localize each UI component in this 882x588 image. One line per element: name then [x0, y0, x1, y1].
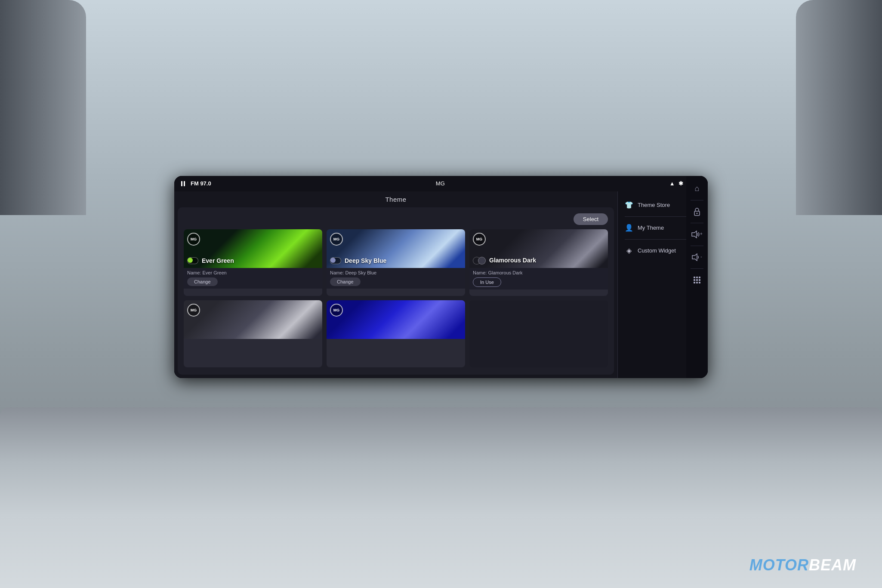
mg-logo-status: MG: [436, 180, 445, 187]
theme-card-unknown1: MG: [184, 300, 322, 367]
motorbeam-watermark: MOTORBEAM: [749, 556, 856, 574]
theme-preview-name-glamorousdark: Glamorous Dark: [489, 257, 536, 264]
screen-main: Theme Select MG Ever Green: [174, 191, 708, 378]
mg-logo-glamorousdark: MG: [473, 233, 486, 246]
change-button-deepskyblue[interactable]: Change: [330, 277, 361, 286]
beam-text: BEAM: [809, 556, 856, 574]
theme-preview-glamorous-dark: MG Glamorous Dark: [469, 229, 608, 268]
theme-grid: MG Ever Green Name: Ever Green Change: [184, 229, 608, 367]
infotainment-screen: FM 97.0 MG ▲ ✱ 16:35 Theme Select MG: [174, 176, 708, 378]
pause-icon: [181, 181, 186, 186]
toggle-icon-evergreen: [187, 257, 198, 264]
theme-preview-ever-green: MG Ever Green: [184, 229, 322, 268]
icon-bar-divider-4: [691, 268, 703, 269]
svg-marker-3: [692, 254, 697, 261]
icon-bar-divider-1: [691, 200, 703, 200]
theme-card-ever-green: MG Ever Green Name: Ever Green Change: [184, 229, 322, 296]
svg-point-1: [697, 212, 698, 214]
svg-rect-6: [699, 277, 700, 278]
sidebar-label-theme-store: Theme Store: [638, 202, 670, 208]
mg-logo-unknown2: MG: [330, 304, 343, 317]
a-pillar-left: [0, 0, 86, 215]
svg-rect-10: [694, 282, 695, 283]
theme-card-empty: [469, 300, 608, 367]
in-use-button[interactable]: In Use: [473, 277, 501, 287]
volume-up-button[interactable]: +: [688, 226, 706, 243]
grid-button[interactable]: [688, 271, 706, 289]
theme-card-unknown2: MG: [327, 300, 465, 367]
theme-footer-evergreen: Name: Ever Green Change: [184, 268, 322, 289]
svg-rect-5: [696, 277, 698, 278]
theme-preview-deep-sky-blue: MG Deep Sky Blue: [327, 229, 465, 268]
theme-card-deep-sky-blue: MG Deep Sky Blue Name: Deep Sky Blue Cha…: [327, 229, 465, 296]
shirt-icon: 👕: [625, 201, 633, 209]
dark-circle-2: [478, 257, 486, 265]
dark-circles-icon: [473, 257, 486, 265]
content-area: Theme Select MG Ever Green: [174, 191, 617, 378]
status-left: FM 97.0: [181, 180, 211, 187]
select-button[interactable]: Select: [574, 213, 608, 225]
svg-rect-4: [694, 277, 695, 278]
bluetooth-icon: ✱: [678, 180, 683, 187]
mg-logo-unknown1: MG: [187, 304, 200, 317]
svg-rect-11: [696, 282, 698, 283]
icon-bar-divider-2: [691, 223, 703, 223]
lock-button[interactable]: [688, 203, 706, 220]
home-button[interactable]: ⌂: [688, 180, 706, 197]
toggle-icon-deepskyblue: [330, 257, 341, 264]
icon-bar-divider-3: [691, 246, 703, 246]
theme-footer-deepskyblue: Name: Deep Sky Blue Change: [327, 268, 465, 289]
sidebar-label-custom-widget: Custom Widget: [638, 247, 676, 254]
theme-footer-glamorousdark: Name: Glamorous Dark In Use: [469, 268, 608, 289]
theme-name-label-deepskyblue: Name: Deep Sky Blue: [330, 270, 462, 275]
signal-icon: ▲: [669, 180, 675, 187]
change-button-evergreen[interactable]: Change: [187, 277, 218, 286]
select-row: Select: [184, 211, 608, 225]
icon-bar: ⌂ +: [686, 176, 708, 378]
volume-down-button[interactable]: -: [688, 249, 706, 266]
svg-marker-2: [692, 231, 697, 238]
motor-text: MOTOR: [749, 556, 809, 574]
person-circle-icon: 👤: [625, 224, 633, 232]
theme-preview-content-glamorousdark: Glamorous Dark: [473, 257, 604, 265]
theme-preview-unknown1: MG: [184, 300, 322, 339]
theme-preview-name-deepskyblue: Deep Sky Blue: [345, 257, 386, 265]
svg-rect-8: [696, 279, 698, 281]
theme-preview-unknown2: MG: [327, 300, 465, 339]
theme-preview-content-deepskyblue: Deep Sky Blue: [330, 257, 462, 265]
a-pillar-right: [796, 0, 882, 215]
page-title: Theme: [174, 191, 617, 207]
theme-name-label-glamorousdark: Name: Glamorous Dark: [473, 270, 604, 275]
status-bar: FM 97.0 MG ▲ ✱ 16:35: [174, 176, 708, 191]
theme-preview-content-evergreen: Ever Green: [187, 257, 319, 265]
theme-grid-container: Select MG Ever Green Name: E: [178, 207, 614, 375]
theme-name-label-evergreen: Name: Ever Green: [187, 270, 319, 275]
svg-rect-9: [699, 279, 700, 281]
svg-rect-7: [694, 279, 695, 281]
radio-label: FM 97.0: [191, 180, 211, 187]
mg-logo-deepskyblue: MG: [330, 233, 343, 246]
svg-rect-12: [699, 282, 700, 283]
theme-card-glamorous-dark: MG Glamorous Dark Name: Glamorous Dark: [469, 229, 608, 296]
mg-logo-evergreen: MG: [187, 233, 200, 246]
theme-preview-name-evergreen: Ever Green: [202, 257, 234, 265]
sidebar-label-my-theme: My Theme: [638, 225, 664, 231]
widget-icon: ◈: [625, 246, 633, 255]
